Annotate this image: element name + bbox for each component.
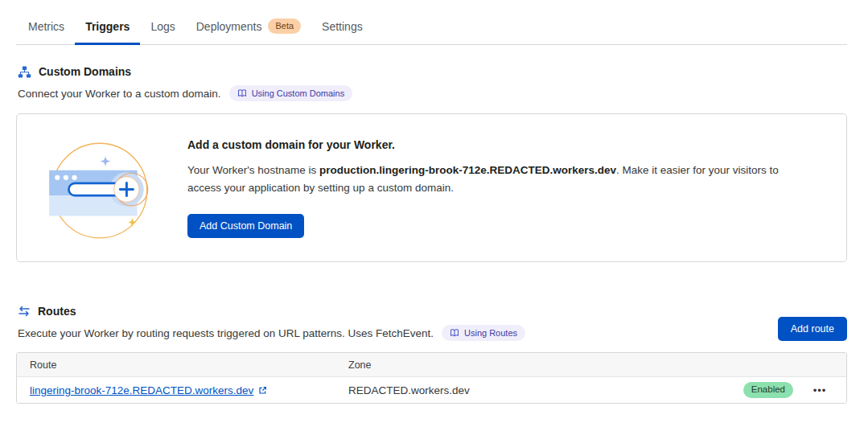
route-link[interactable]: lingering-brook-712e.REDACTED.workers.de… <box>30 384 253 396</box>
tab-label: Logs <box>150 20 175 33</box>
worker-hostname: production.lingering-brook-712e.REDACTED… <box>319 164 616 176</box>
custom-domains-title-row: Custom Domains <box>16 65 847 78</box>
routes-section: Routes Execute your Worker by routing re… <box>16 305 847 404</box>
add-route-button[interactable]: Add route <box>778 317 847 341</box>
routes-header-left: Routes Execute your Worker by routing re… <box>16 305 525 341</box>
tab-metrics[interactable]: Metrics <box>18 11 75 45</box>
custom-domains-section: Custom Domains Connect your Worker to a … <box>16 65 847 262</box>
using-routes-label: Using Routes <box>464 329 517 338</box>
routes-description: Execute your Worker by routing requests … <box>18 327 434 339</box>
tab-label: Metrics <box>28 20 64 33</box>
book-icon <box>237 88 247 98</box>
browser-plus-illustration <box>41 127 163 249</box>
card-body-text: Your Worker's hostname is production.lin… <box>187 162 807 197</box>
tab-settings[interactable]: Settings <box>311 11 373 45</box>
external-link-icon[interactable] <box>258 386 267 395</box>
tab-label: Deployments <box>196 20 262 33</box>
custom-domains-title: Custom Domains <box>39 65 131 78</box>
zone-cell: REDACTED.workers.dev <box>348 384 729 396</box>
route-column-header: Route <box>17 359 348 371</box>
custom-domain-illustration <box>17 127 187 249</box>
using-custom-domains-link[interactable]: Using Custom Domains <box>229 85 353 101</box>
card-body-prefix: Your Worker's hostname is <box>187 164 319 176</box>
custom-domains-description: Connect your Worker to a custom domain. <box>18 88 221 100</box>
routes-header: Routes Execute your Worker by routing re… <box>16 305 847 341</box>
book-icon <box>450 328 459 338</box>
beta-badge: Beta <box>268 18 301 34</box>
tab-triggers[interactable]: Triggers <box>75 11 140 45</box>
tab-label: Triggers <box>85 20 130 33</box>
routes-title-row: Routes <box>16 305 525 318</box>
status-cell: Enabled <box>729 382 793 398</box>
routes-title: Routes <box>38 305 76 318</box>
row-overflow-menu-button[interactable]: ••• <box>808 381 832 400</box>
swap-arrows-icon <box>18 306 31 317</box>
tab-deployments[interactable]: Deployments Beta <box>186 11 311 45</box>
routes-description-row: Execute your Worker by routing requests … <box>16 325 525 341</box>
routes-table-header: Route Zone <box>17 353 846 377</box>
sitemap-icon <box>18 66 31 78</box>
custom-domains-description-row: Connect your Worker to a custom domain. … <box>16 85 847 101</box>
routes-table: Route Zone lingering-brook-712e.REDACTED… <box>16 352 847 404</box>
tab-label: Settings <box>322 20 363 33</box>
menu-cell: ••• <box>793 381 846 400</box>
tab-logs[interactable]: Logs <box>140 11 185 45</box>
custom-domain-card-content: Add a custom domain for your Worker. You… <box>187 138 823 238</box>
route-cell: lingering-brook-712e.REDACTED.workers.de… <box>17 384 348 396</box>
card-heading: Add a custom domain for your Worker. <box>187 138 807 151</box>
zone-column-header: Zone <box>348 359 729 371</box>
route-table-row: lingering-brook-712e.REDACTED.workers.de… <box>17 377 846 403</box>
status-badge: Enabled <box>743 382 793 398</box>
custom-domain-card: Add a custom domain for your Worker. You… <box>16 113 847 262</box>
add-custom-domain-button[interactable]: Add Custom Domain <box>187 214 304 238</box>
using-routes-link[interactable]: Using Routes <box>442 325 525 341</box>
using-custom-domains-label: Using Custom Domains <box>252 89 345 98</box>
tab-bar: Metrics Triggers Logs Deployments Beta S… <box>16 11 847 45</box>
